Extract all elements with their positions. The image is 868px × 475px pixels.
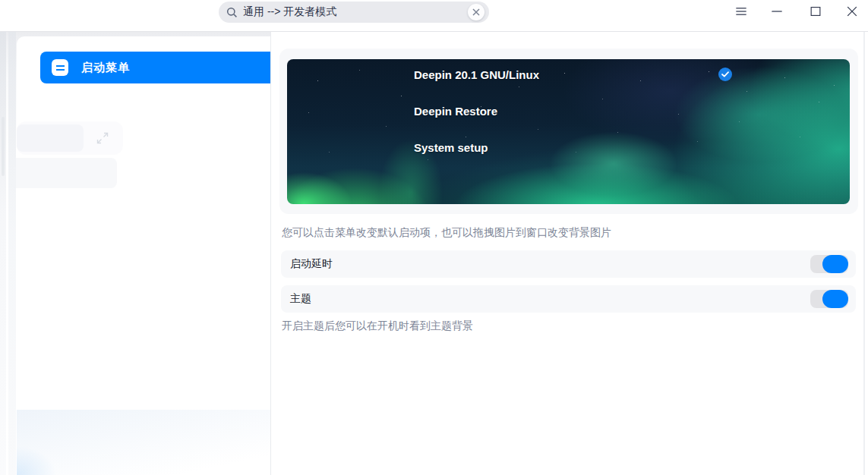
sidebar: 启动菜单 [0, 32, 270, 475]
close-icon [844, 4, 860, 19]
main-content: Deepin 20.1 GNU/Linux Deepin Restore Sys… [271, 32, 868, 475]
theme-row: 主题 [281, 285, 856, 313]
boot-delay-label: 启动延时 [290, 257, 810, 271]
boot-menu-hint: 您可以点击菜单改变默认启动项，也可以拖拽图片到窗口改变背景图片 [282, 226, 611, 238]
search-input[interactable]: 通用 --> 开发者模式 [219, 2, 489, 23]
boot-menu-preview-image[interactable]: Deepin 20.1 GNU/Linux Deepin Restore Sys… [287, 59, 850, 204]
sidebar-transition-strip [8, 32, 16, 475]
search-query: 通用 --> 开发者模式 [243, 5, 468, 19]
boot-delay-row: 启动延时 [281, 250, 856, 278]
expand-icon [96, 132, 109, 144]
sidebar-scrollbar-ghost [2, 117, 5, 176]
boot-delay-toggle[interactable] [810, 255, 848, 273]
window-right-edge [863, 32, 865, 475]
window-menu-button[interactable] [732, 2, 750, 20]
minimize-icon [769, 4, 784, 19]
sidebar-item-boot-menu[interactable]: 启动菜单 [40, 52, 279, 83]
toggle-thumb [822, 290, 848, 308]
window-close-button[interactable] [843, 2, 861, 20]
window-minimize-button[interactable] [768, 2, 786, 20]
theme-hint: 开启主题后您可以在开机时看到主题背景 [282, 319, 473, 332]
search-clear-button[interactable] [468, 4, 485, 20]
window-maximize-button[interactable] [806, 2, 825, 20]
settings-window: 通用 --> 开发者模式 [0, 0, 868, 475]
hamburger-menu-icon [734, 4, 749, 19]
theme-label: 主题 [290, 292, 810, 306]
corner-glow [17, 429, 85, 475]
theme-toggle[interactable] [810, 290, 848, 308]
ghost-list-item [17, 124, 84, 152]
ghost-list-item [11, 158, 117, 188]
titlebar: 通用 --> 开发者模式 [0, 0, 868, 32]
search-icon [226, 7, 238, 18]
sidebar-panel: 启动菜单 [17, 36, 270, 475]
maximize-icon [808, 4, 823, 19]
default-entry-check-icon [718, 68, 732, 81]
boot-entry-deepin[interactable]: Deepin 20.1 GNU/Linux [414, 68, 539, 82]
sidebar-item-label: 启动菜单 [81, 61, 130, 75]
boot-entry-system-setup[interactable]: System setup [414, 141, 488, 155]
sidebar-transition-strip [0, 32, 6, 475]
boot-menu-icon [52, 59, 68, 76]
toggle-thumb [822, 255, 848, 273]
boot-entry-restore[interactable]: Deepin Restore [414, 105, 497, 118]
